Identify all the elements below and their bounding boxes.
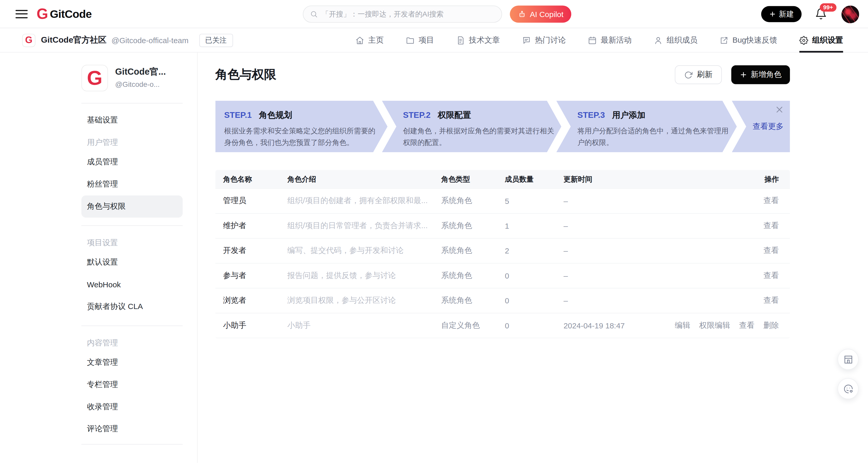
calendar-icon — [588, 36, 597, 44]
view-action-link[interactable]: 查看 — [764, 296, 779, 306]
tab-org-settings[interactable]: 组织设置 — [799, 28, 843, 52]
org-logo-icon[interactable]: G — [22, 34, 35, 47]
sidebar-item-roles-permissions[interactable]: 角色与权限 — [82, 195, 183, 218]
sidebar-divider — [82, 326, 183, 326]
org-shop-float-button[interactable] — [838, 349, 859, 370]
updated-time: – — [563, 196, 764, 206]
steps-banner: STEP.1 角色规划 根据业务需求和安全策略定义您的组织所需要的身份角色，我们… — [215, 101, 790, 152]
main-content: 角色与权限 刷新 新增角色 — [197, 53, 868, 463]
top-navbar: G GitCode AI Copilot 新建 99+ — [0, 0, 868, 28]
sidebar-item-default-settings[interactable]: 默认设置 — [82, 251, 183, 274]
member-count: 5 — [505, 196, 563, 206]
role-intro: 编写、提交代码，参与开发和讨论 — [287, 246, 441, 256]
updated-time: – — [563, 271, 764, 280]
step-1-panel: STEP.1 角色规划 根据业务需求和安全策略定义您的组织所需要的身份角色，我们… — [215, 101, 388, 152]
robot-icon — [518, 10, 526, 19]
table-row: 小助手 小助手 自定义角色 0 2024-04-19 18:47 编辑 权限编辑… — [215, 313, 790, 338]
sidebar-item-collection-management[interactable]: 收录管理 — [82, 396, 183, 418]
sidebar-item-contributor-cla[interactable]: 贡献者协议 CLA — [82, 296, 183, 318]
notifications-button[interactable]: 99+ — [815, 7, 828, 21]
tab-activities[interactable]: 最新活动 — [588, 28, 632, 52]
role-type: 系统角色 — [441, 271, 505, 281]
sidebar-item-article-management[interactable]: 文章管理 — [82, 352, 183, 374]
gitcode-logo[interactable]: G GitCode — [36, 6, 92, 22]
add-role-button[interactable]: 新增角色 — [731, 65, 790, 84]
role-type: 系统角色 — [441, 246, 505, 256]
ai-copilot-button[interactable]: AI Copilot — [510, 5, 571, 23]
refresh-button[interactable]: 刷新 — [675, 65, 722, 84]
sidebar-item-column-management[interactable]: 专栏管理 — [82, 374, 183, 396]
member-count: 1 — [505, 221, 563, 230]
sidebar-item-fans-management[interactable]: 粉丝管理 — [82, 173, 183, 195]
gitcode-logo-mark-icon: G — [36, 6, 48, 22]
step-description: 根据业务需求和安全策略定义您的组织所需要的身份角色，我们也为您预置了部分角色。 — [224, 125, 381, 148]
sidebar-org-handle: @Gitcode-o... — [115, 80, 166, 89]
sidebar-item-webhook[interactable]: WebHook — [82, 274, 183, 296]
close-icon[interactable] — [774, 105, 784, 115]
folder-icon — [406, 36, 414, 44]
step-2-panel: STEP.2 权限配置 创建角色，并根据对应角色的需要对其进行相关权限的配置。 — [382, 101, 561, 152]
updated-time: – — [563, 221, 764, 230]
view-action-link[interactable]: 查看 — [739, 321, 754, 331]
view-action-link[interactable]: 查看 — [764, 246, 779, 256]
role-intro: 组织/项目的日常管理者，负责合并请求... — [287, 221, 441, 231]
tab-home[interactable]: 主页 — [355, 28, 383, 52]
role-type: 系统角色 — [441, 296, 505, 306]
search-input[interactable] — [322, 10, 495, 18]
create-new-button[interactable]: 新建 — [761, 6, 801, 22]
table-row: 浏览者 浏览项目权限，参与公开区讨论 系统角色 0 – 查看 — [215, 288, 790, 313]
sidebar-org-name: GitCode官... — [115, 66, 166, 78]
role-intro: 组织/项目的创建者，拥有全部权限和最... — [287, 196, 441, 206]
org-avatar: G — [82, 65, 108, 91]
column-header: 角色类型 — [441, 174, 505, 184]
step-title: 权限配置 — [438, 110, 471, 121]
table-row: 参与者 报告问题，提供反馈，参与讨论 系统角色 0 – 查看 — [215, 263, 790, 288]
member-count: 2 — [505, 246, 563, 255]
role-type: 自定义角色 — [441, 321, 505, 331]
step-description: 创建角色，并根据对应角色的需要对其进行相关权限的配置。 — [403, 125, 555, 148]
table-row: 开发者 编写、提交代码，参与开发和讨论 系统角色 2 – 查看 — [215, 238, 790, 263]
sidebar-item-basic-settings[interactable]: 基础设置 — [82, 109, 183, 131]
view-action-link[interactable]: 查看 — [764, 271, 779, 281]
feedback-float-button[interactable] — [838, 378, 859, 399]
sidebar-section-project-settings: 项目设置 — [82, 232, 183, 251]
column-header: 成员数量 — [505, 174, 563, 184]
followed-button[interactable]: 已关注 — [199, 34, 233, 47]
tab-discussions[interactable]: 热门讨论 — [522, 28, 566, 52]
view-action-link[interactable]: 查看 — [764, 221, 779, 231]
home-icon — [355, 36, 364, 44]
tab-members[interactable]: 组织成员 — [654, 28, 698, 52]
sidebar-section-user-management: 用户管理 — [82, 131, 183, 151]
user-avatar[interactable] — [841, 5, 859, 23]
global-search[interactable] — [303, 5, 502, 23]
step-3-panel: STEP.3 用户添加 将用户分配到合适的角色中，通过角色来管理用户的权限。 — [556, 101, 737, 152]
tab-projects[interactable]: 项目 — [406, 28, 434, 52]
step-description: 将用户分配到合适的角色中，通过角色来管理用户的权限。 — [578, 125, 730, 148]
permission-edit-action-link[interactable]: 权限编辑 — [699, 321, 730, 331]
view-action-link[interactable]: 查看 — [764, 196, 779, 206]
role-intro: 浏览项目权限，参与公开区讨论 — [287, 296, 441, 306]
step-title: 用户添加 — [612, 110, 645, 121]
table-header: 角色名称 角色介绍 角色类型 成员数量 更新时间 操作 — [215, 170, 790, 188]
gear-icon — [799, 36, 808, 44]
role-name: 小助手 — [223, 321, 287, 331]
column-header: 角色名称 — [223, 174, 287, 184]
updated-time: – — [563, 246, 764, 255]
sidebar-divider — [82, 444, 183, 445]
sidebar-item-comment-management[interactable]: 评论管理 — [82, 418, 183, 440]
view-more-link[interactable]: 查看更多 — [752, 121, 783, 131]
hamburger-menu-icon[interactable] — [16, 7, 28, 21]
org-tabs: 主页 项目 技术文章 热门讨论 最新活动 组织成员 — [355, 28, 843, 52]
tab-bug-feedback[interactable]: Bug快速反馈 — [720, 28, 777, 52]
step-title: 角色规划 — [259, 110, 292, 121]
org-handle: @Gitcode-offical-team — [111, 36, 188, 44]
search-icon — [310, 10, 318, 18]
sidebar-item-member-management[interactable]: 成员管理 — [82, 151, 183, 173]
role-name: 管理员 — [223, 196, 287, 206]
external-link-icon — [720, 36, 728, 44]
delete-action-link[interactable]: 删除 — [764, 321, 779, 331]
edit-action-link[interactable]: 编辑 — [675, 321, 690, 331]
tab-articles[interactable]: 技术文章 — [456, 28, 500, 52]
role-name: 参与者 — [223, 271, 287, 281]
updated-time: – — [563, 296, 764, 305]
